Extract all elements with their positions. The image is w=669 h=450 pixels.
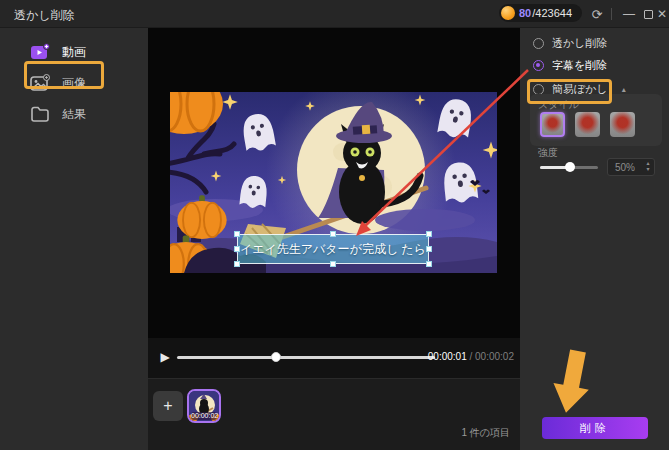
style-option-2[interactable] xyxy=(575,112,600,137)
progress-handle[interactable] xyxy=(271,352,281,362)
intensity-slider[interactable] xyxy=(540,166,598,169)
folder-icon xyxy=(30,105,50,123)
coin-icon xyxy=(501,6,515,20)
credits-total: /423644 xyxy=(532,7,572,19)
video-thumbnail[interactable]: 00:00:02 xyxy=(187,389,221,423)
time-current: 00:00:01 xyxy=(428,351,467,362)
style-option-1[interactable] xyxy=(540,112,565,137)
resize-handle[interactable] xyxy=(330,231,336,237)
video-icon xyxy=(30,43,50,61)
sidebar-item-label: 動画 xyxy=(62,44,86,61)
app-window: 透かし削除 80/423644 ⟳ — ✕ 動画 xyxy=(0,0,669,450)
option-watermark-removal[interactable]: 透かし削除 xyxy=(533,36,608,51)
resize-handle[interactable] xyxy=(234,246,240,252)
settings-panel: 透かし削除 字幕を削除 簡易ぼかし ▴ スタイル 強度 50% ▴▾ 削除 xyxy=(520,28,669,450)
credits-used: 80 xyxy=(519,7,531,19)
radio-icon-selected[interactable] xyxy=(533,60,544,71)
spinner-steppers: ▴▾ xyxy=(642,161,654,173)
resize-handle[interactable] xyxy=(426,246,432,252)
option-subtitle-removal[interactable]: 字幕を削除 xyxy=(533,58,607,73)
delete-button[interactable]: 削除 xyxy=(542,417,648,439)
sidebar-item-label: 画像 xyxy=(62,75,86,92)
video-stage: イエイ先生アバターが完成し たら ▶ 00:00:01 / 00:00:02 + xyxy=(148,28,520,450)
option-label: 透かし削除 xyxy=(552,36,608,51)
minimize-button[interactable]: — xyxy=(619,0,639,28)
resize-handle[interactable] xyxy=(426,261,432,267)
subtitle-text: イエイ先生アバターが完成し たら xyxy=(240,241,426,258)
image-icon xyxy=(30,74,50,92)
radio-icon[interactable] xyxy=(533,38,544,49)
style-option-3[interactable] xyxy=(610,112,635,137)
credits-badge[interactable]: 80/423644 xyxy=(499,4,582,22)
close-button[interactable]: ✕ xyxy=(652,0,669,28)
refresh-icon[interactable]: ⟳ xyxy=(586,0,608,28)
sidebar-item-results[interactable]: 結果 xyxy=(30,102,140,126)
sidebar-item-label: 結果 xyxy=(62,106,86,123)
option-label: 字幕を削除 xyxy=(552,58,607,73)
style-label: スタイル xyxy=(538,98,579,112)
slider-knob[interactable] xyxy=(565,162,575,172)
time-total: 00:00:02 xyxy=(475,351,514,362)
progress-track[interactable] xyxy=(177,356,435,359)
resize-handle[interactable] xyxy=(234,261,240,267)
play-icon[interactable]: ▶ xyxy=(156,348,174,366)
stepper-down-icon[interactable]: ▾ xyxy=(646,167,649,173)
intensity-value: 50% xyxy=(608,162,642,173)
sidebar-item-image[interactable]: 画像 xyxy=(30,71,140,95)
collapse-caret-icon[interactable]: ▴ xyxy=(622,85,626,94)
titlebar-divider xyxy=(611,8,612,20)
playback-bar: ▶ 00:00:01 / 00:00:02 xyxy=(148,338,520,378)
subtitle-selection-box[interactable]: イエイ先生アバターが完成し たら xyxy=(237,234,429,264)
thumbnail-duration: 00:00:02 xyxy=(191,412,217,420)
items-count: 1 件の項目 xyxy=(461,426,510,440)
resize-handle[interactable] xyxy=(426,231,432,237)
sidebar: 動画 画像 結果 xyxy=(0,28,148,450)
time-display: 00:00:01 / 00:00:02 xyxy=(428,351,514,362)
add-file-button[interactable]: + xyxy=(153,391,183,421)
titlebar: 透かし削除 80/423644 ⟳ — ✕ xyxy=(0,0,669,28)
window-title: 透かし削除 xyxy=(14,7,75,24)
intensity-label: 強度 xyxy=(538,146,558,160)
resize-handle[interactable] xyxy=(330,261,336,267)
resize-handle[interactable] xyxy=(234,231,240,237)
time-separator: / xyxy=(467,351,475,362)
sidebar-item-video[interactable]: 動画 xyxy=(30,40,140,64)
intensity-spinner[interactable]: 50% ▴▾ xyxy=(607,158,655,176)
